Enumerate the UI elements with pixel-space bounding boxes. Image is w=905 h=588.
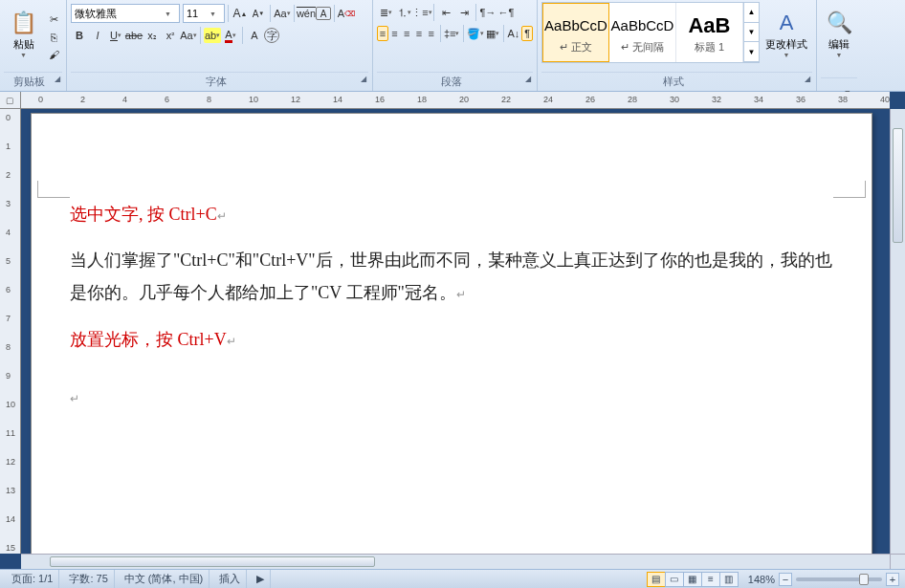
clear-formatting-button[interactable]: A⌫ [338, 6, 355, 21]
shading-button[interactable]: 🪣▾ [467, 26, 484, 41]
indent-decrease-button[interactable]: ⇤ [437, 5, 454, 20]
view-print-layout-button[interactable]: ▤ [647, 572, 666, 587]
grow-font-button[interactable]: A▲ [232, 6, 249, 21]
zoom-slider[interactable] [796, 577, 882, 581]
rtl-button[interactable]: ←¶ [497, 5, 515, 20]
text-effects-button[interactable]: Aa▾ [180, 28, 197, 43]
scroll-corner [890, 554, 905, 569]
paragraph-group-label: 段落 [441, 76, 462, 87]
styles-gallery[interactable]: AaBbCcD ↵ 正文 AaBbCcD ↵ 无间隔 AaB 标题 1 ▲ ▼ … [541, 2, 760, 63]
font-name-combo[interactable]: ▼ [71, 4, 180, 23]
highlight-button[interactable]: ab▾ [204, 28, 221, 43]
multilevel-list-button[interactable]: ⋮≡▾ [413, 5, 430, 20]
return-mark-icon: ↵ [70, 392, 79, 405]
subscript-button[interactable]: x₂ [143, 28, 161, 43]
status-insert-mode[interactable]: 插入 [213, 570, 247, 588]
style-item-nospacing[interactable]: AaBbCcD ↵ 无间隔 [609, 3, 676, 62]
font-color-button[interactable]: A▾ [222, 28, 239, 43]
group-styles: AaBbCcD ↵ 正文 AaBbCcD ↵ 无间隔 AaB 标题 1 ▲ ▼ … [538, 0, 817, 91]
status-language[interactable]: 中文 (简体, 中国) [119, 570, 210, 588]
clipboard-group-label: 剪贴板 [13, 76, 45, 87]
dropdown-icon[interactable]: ▼ [210, 11, 216, 17]
styles-expand-icon[interactable]: ◢ [805, 75, 810, 83]
underline-button[interactable]: U▾ [107, 28, 124, 43]
borders-button[interactable]: ▦▾ [485, 26, 500, 41]
superscript-button[interactable]: x² [162, 28, 179, 43]
zoom-out-button[interactable]: − [779, 573, 792, 586]
horizontal-scrollbar[interactable] [21, 554, 890, 569]
change-styles-button[interactable]: A 更改样式 ▼ [762, 2, 811, 67]
indent-increase-button[interactable]: ⇥ [455, 5, 473, 20]
horizontal-ruler[interactable]: 0246810121416182022242628303234363840 [21, 92, 890, 109]
numbering-button[interactable]: ⒈▾ [395, 5, 412, 20]
paste-button[interactable]: 📋 粘贴 ▼ [4, 2, 43, 67]
sort-button[interactable]: A↓ [506, 26, 520, 41]
zoom-in-button[interactable]: + [886, 573, 899, 586]
scrollbar-thumb[interactable] [50, 556, 375, 567]
format-painter-button[interactable]: 🖌 [45, 47, 62, 62]
style-item-normal[interactable]: AaBbCcD ↵ 正文 [542, 3, 609, 62]
change-styles-label: 更改样式 [765, 37, 807, 52]
gallery-down-button[interactable]: ▼ [744, 23, 759, 43]
zoom-controls: 148% − + [748, 573, 899, 586]
find-button[interactable]: 🔍 编辑 ▼ [821, 2, 857, 67]
page: 选中文字, 按 Ctrl+C↵ 当人们掌握了"Ctrl+C"和"Ctrl+V"后… [31, 113, 872, 554]
strikethrough-button[interactable]: abe [125, 28, 143, 43]
gallery-up-button[interactable]: ▲ [744, 3, 759, 23]
bullets-button[interactable]: ≣▾ [377, 5, 394, 20]
align-right-button[interactable]: ≡ [401, 26, 412, 41]
document-view[interactable]: 选中文字, 按 Ctrl+C↵ 当人们掌握了"Ctrl+C"和"Ctrl+V"后… [21, 109, 890, 554]
font-name-input[interactable] [75, 8, 165, 19]
vertical-ruler[interactable]: 012345678910111213141516 [0, 109, 21, 554]
enclose-char-button[interactable]: 字 [264, 28, 279, 43]
binoculars-icon: 🔍 [827, 11, 852, 35]
zoom-level[interactable]: 148% [748, 574, 775, 585]
character-border-button[interactable]: A [316, 7, 331, 20]
view-draft-button[interactable]: ▥ [719, 572, 739, 587]
align-left-button[interactable]: ≡ [377, 26, 388, 41]
align-center-button[interactable]: ≡ [389, 26, 401, 41]
font-expand-icon[interactable]: ◢ [361, 75, 366, 83]
style-item-heading1[interactable]: AaB 标题 1 [676, 3, 743, 62]
bold-button[interactable]: B [71, 28, 88, 43]
return-mark-icon: ↵ [217, 209, 227, 223]
cut-button[interactable]: ✂ [45, 12, 62, 28]
copy-button[interactable]: ⎘ [45, 30, 62, 45]
ruler-corner[interactable]: ▢ [0, 92, 21, 109]
phonetic-guide-button[interactable]: wén [298, 6, 315, 21]
align-distribute-button[interactable]: ≡ [426, 26, 437, 41]
dropdown-icon[interactable]: ▼ [165, 11, 171, 17]
font-size-combo[interactable]: ▼ [183, 4, 225, 23]
gallery-more-button[interactable]: ▼ [744, 42, 759, 62]
group-clipboard: 📋 粘贴 ▼ ✂ ⎘ 🖌 剪贴板◢ [0, 0, 67, 91]
paragraph-expand-icon[interactable]: ◢ [525, 75, 531, 83]
show-marks-button[interactable]: ¶ [521, 26, 533, 41]
line-spacing-button[interactable]: ‡≡▾ [443, 26, 460, 41]
change-case-button[interactable]: Aa▾ [274, 6, 291, 21]
view-outline-button[interactable]: ≡ [701, 572, 720, 587]
view-buttons: ▤ ▭ ▦ ≡ ▥ [648, 572, 739, 587]
status-words[interactable]: 字数: 75 [63, 570, 114, 588]
italic-button[interactable]: I [89, 28, 106, 43]
view-web-button[interactable]: ▦ [683, 572, 702, 587]
doc-line-3: 放置光标，按 Ctrl+V [70, 330, 227, 349]
scrollbar-thumb[interactable] [893, 128, 903, 243]
ltr-button[interactable]: ¶→ [479, 5, 497, 20]
clipboard-expand-icon[interactable]: ◢ [55, 75, 60, 83]
status-page[interactable]: 页面: 1/1 [6, 570, 59, 588]
document-body[interactable]: 选中文字, 按 Ctrl+C↵ 当人们掌握了"Ctrl+C"和"Ctrl+V"后… [70, 198, 833, 413]
zoom-slider-knob[interactable] [859, 574, 869, 585]
style-preview: AaBbCcD [611, 11, 674, 40]
margin-marker [833, 181, 866, 198]
align-justify-button[interactable]: ≡ [413, 26, 425, 41]
margin-marker [37, 181, 70, 198]
view-fullscreen-button[interactable]: ▭ [665, 572, 684, 587]
char-shading-button[interactable]: A [246, 28, 263, 43]
font-size-input[interactable] [187, 8, 210, 19]
vertical-scrollbar[interactable] [890, 109, 905, 554]
styles-group-label: 样式 [663, 76, 684, 87]
status-macro[interactable]: ▶ [251, 570, 271, 588]
shrink-font-button[interactable]: A▼ [250, 6, 267, 21]
clipboard-icon: 📋 [11, 11, 36, 35]
edit-label: 编辑 [828, 37, 850, 52]
